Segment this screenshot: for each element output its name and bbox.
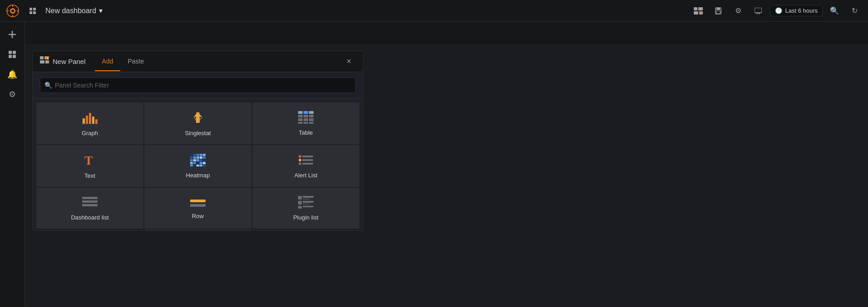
- panel-type-graph[interactable]: Graph: [36, 102, 143, 144]
- panel-type-text[interactable]: T Text: [36, 145, 143, 187]
- tv-mode-icon[interactable]: [750, 3, 766, 19]
- svg-rect-61: [190, 156, 193, 159]
- time-range-clock-icon: 🕐: [775, 7, 782, 14]
- pluginlist-label: Plugin list: [293, 214, 319, 221]
- svg-rect-79: [200, 165, 202, 166]
- svg-rect-17: [716, 8, 720, 10]
- svg-rect-67: [193, 159, 196, 161]
- save-dashboard-icon[interactable]: [710, 3, 726, 19]
- svg-rect-39: [95, 119, 98, 124]
- svg-rect-69: [200, 159, 202, 161]
- dashlist-label: Dashboard list: [71, 214, 108, 221]
- svg-text:+: +: [700, 10, 702, 15]
- svg-rect-45: [309, 111, 314, 114]
- dashlist-icon: [82, 195, 98, 211]
- svg-rect-77: [193, 165, 196, 166]
- svg-rect-63: [196, 156, 199, 159]
- svg-rect-36: [86, 116, 88, 124]
- new-panel-modal: + New Panel Add Paste × 🔍: [32, 51, 363, 231]
- svg-point-85: [299, 162, 301, 165]
- table-label: Table: [299, 129, 313, 136]
- panel-type-dashlist[interactable]: Dashboard list: [36, 188, 143, 229]
- svg-rect-75: [203, 162, 206, 164]
- svg-rect-11: [694, 7, 697, 10]
- graph-icon: [82, 110, 98, 127]
- svg-rect-35: [83, 118, 85, 124]
- svg-rect-25: [9, 51, 12, 54]
- svg-rect-94: [303, 199, 310, 200]
- sidebar-item-configuration[interactable]: ⚙: [2, 85, 22, 103]
- row-icon: [190, 197, 206, 210]
- main-content: + New Panel Add Paste × 🔍: [25, 44, 868, 307]
- settings-icon[interactable]: ⚙: [730, 3, 746, 19]
- alertlist-icon: [298, 153, 314, 169]
- svg-rect-37: [89, 113, 91, 124]
- svg-rect-51: [309, 118, 314, 121]
- panel-type-row[interactable]: Row: [144, 188, 251, 229]
- svg-rect-60: [203, 154, 206, 156]
- modal-title-section: + New Panel: [40, 56, 86, 67]
- panel-type-singlestat[interactable]: Singlestat: [144, 102, 251, 144]
- svg-rect-27: [9, 55, 12, 58]
- svg-rect-49: [298, 118, 303, 121]
- tab-add[interactable]: Add: [95, 52, 121, 71]
- svg-rect-43: [298, 111, 303, 114]
- sidebar-item-dashboards[interactable]: [2, 45, 22, 63]
- svg-text:T: T: [84, 153, 93, 167]
- svg-rect-59: [200, 154, 202, 156]
- svg-rect-47: [304, 115, 308, 117]
- svg-rect-76: [190, 165, 193, 166]
- svg-rect-62: [193, 156, 196, 159]
- svg-point-81: [299, 155, 301, 158]
- tab-paste[interactable]: Paste: [120, 52, 151, 71]
- svg-rect-93: [303, 196, 314, 198]
- grafana-logo[interactable]: [5, 4, 20, 18]
- heatmap-icon: [190, 153, 206, 169]
- panel-type-alertlist[interactable]: Alert List: [252, 145, 359, 187]
- svg-rect-44: [304, 111, 308, 114]
- svg-rect-7: [29, 8, 32, 10]
- svg-rect-70: [203, 159, 206, 161]
- dashboard-title-text: New dashboard: [45, 7, 96, 15]
- search-icon: 🔍: [44, 82, 52, 89]
- alertlist-label: Alert List: [294, 172, 318, 179]
- svg-rect-53: [304, 122, 308, 124]
- panel-type-heatmap[interactable]: Heatmap: [144, 145, 251, 187]
- sidebar-item-add[interactable]: [2, 25, 22, 44]
- panel-type-grid: Graph Singlestat: [33, 99, 363, 230]
- zoom-icon[interactable]: 🔍: [826, 3, 843, 19]
- refresh-icon[interactable]: ↻: [846, 3, 863, 19]
- svg-marker-42: [193, 112, 202, 123]
- navbar-left: New dashboard ▾: [5, 3, 103, 19]
- svg-rect-52: [298, 122, 303, 124]
- sidebar-item-alerts[interactable]: 🔔: [2, 65, 22, 83]
- svg-rect-78: [196, 165, 199, 166]
- svg-rect-50: [304, 118, 308, 121]
- svg-rect-18: [716, 11, 720, 14]
- apps-grid-icon[interactable]: [25, 3, 41, 19]
- dashboard-title[interactable]: New dashboard ▾: [45, 6, 103, 15]
- svg-rect-80: [203, 165, 206, 166]
- svg-rect-96: [303, 201, 314, 203]
- svg-point-2: [11, 10, 14, 12]
- panel-search-input[interactable]: [40, 78, 356, 93]
- time-range-button[interactable]: 🕐 Last 6 hours: [770, 5, 823, 16]
- panel-type-table[interactable]: Table: [252, 102, 359, 144]
- panel-type-pluginlist[interactable]: Plugin list: [252, 188, 359, 229]
- svg-rect-95: [298, 201, 302, 205]
- svg-rect-73: [196, 162, 199, 164]
- svg-rect-57: [193, 154, 196, 156]
- modal-close-button[interactable]: ×: [342, 55, 356, 68]
- panel-type-picturepanel[interactable]: Pict...: [144, 229, 251, 230]
- svg-rect-54: [309, 122, 314, 124]
- modal-header: + New Panel Add Paste ×: [33, 51, 363, 72]
- time-range-label: Last 6 hours: [785, 7, 818, 14]
- svg-rect-90: [190, 200, 206, 202]
- svg-rect-91: [190, 204, 206, 207]
- svg-rect-32: [45, 60, 49, 63]
- row-label: Row: [192, 213, 204, 219]
- table-icon: [298, 111, 314, 127]
- svg-rect-28: [13, 55, 16, 58]
- add-panel-icon[interactable]: +: [690, 3, 706, 19]
- svg-rect-74: [200, 162, 202, 164]
